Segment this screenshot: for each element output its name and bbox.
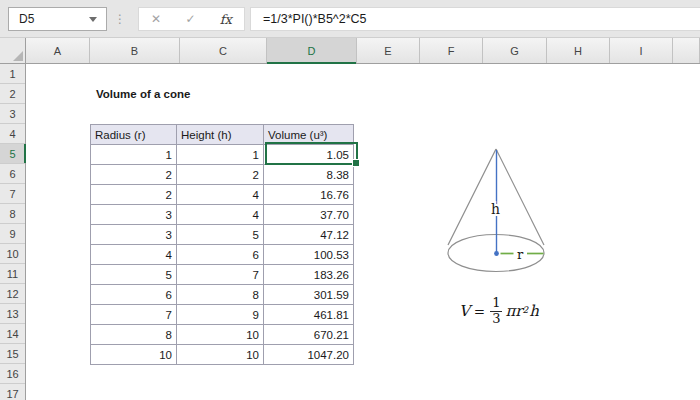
table-row: 228.38: [91, 165, 354, 185]
table-cell[interactable]: 8: [91, 325, 177, 345]
row-header-5[interactable]: 5: [0, 144, 25, 164]
table-header-cell[interactable]: Radius (r): [91, 125, 177, 145]
table-cell[interactable]: 670.21: [264, 325, 354, 345]
table-cell[interactable]: 9: [177, 305, 264, 325]
formula-input[interactable]: =1/3*PI()*B5^2*C5: [250, 7, 700, 31]
row-header-13[interactable]: 13: [0, 304, 25, 324]
row-header-4[interactable]: 4: [0, 124, 25, 144]
table-cell[interactable]: 1: [91, 145, 177, 165]
table-row: 3547.12: [91, 225, 354, 245]
radius-label: r: [517, 247, 524, 262]
table-cell[interactable]: 10: [177, 325, 264, 345]
cancel-icon[interactable]: ✕: [151, 12, 161, 26]
fill-handle[interactable]: [352, 159, 360, 167]
row-header-1[interactable]: 1: [0, 64, 25, 84]
table-cell[interactable]: 10: [177, 345, 264, 365]
table-cell[interactable]: 2: [91, 185, 177, 205]
column-header-F[interactable]: F: [420, 38, 483, 63]
equation-numerator: 1: [490, 296, 502, 311]
cone-diagram[interactable]: h r: [435, 135, 565, 283]
name-box-dropdown-icon[interactable]: [89, 17, 97, 22]
sheet-title-cell[interactable]: Volume of a cone: [96, 84, 190, 104]
table-row: 3437.70: [91, 205, 354, 225]
column-header-D[interactable]: D: [267, 38, 357, 63]
center-dot: [494, 251, 499, 256]
table-cell[interactable]: 4: [177, 205, 264, 225]
table-row: 79461.81: [91, 305, 354, 325]
row-header-17[interactable]: 17: [0, 384, 25, 400]
spreadsheet-grid[interactable]: ABCDEFGHI 1234567891011121314151617 Volu…: [0, 38, 700, 400]
formula-text: =1/3*PI()*B5^2*C5: [251, 12, 367, 26]
table-row: 46100.53: [91, 245, 354, 265]
enter-icon[interactable]: ✓: [185, 12, 195, 26]
cone-right-edge: [496, 149, 544, 245]
table-cell[interactable]: 183.26: [264, 265, 354, 285]
formula-buttons: ✕ ✓ fx: [138, 7, 245, 31]
table-cell[interactable]: 2: [177, 165, 264, 185]
table-row: 10101047.20: [91, 345, 354, 365]
table-cell[interactable]: 1047.20: [264, 345, 354, 365]
column-header-G[interactable]: G: [483, 38, 547, 63]
row-headers: 1234567891011121314151617: [0, 64, 26, 400]
equation-lhs: V: [459, 302, 470, 320]
table-cell[interactable]: 8: [177, 285, 264, 305]
table-header-cell[interactable]: Height (h): [177, 125, 264, 145]
insert-function-icon[interactable]: fx: [220, 12, 232, 27]
row-header-12[interactable]: 12: [0, 284, 25, 304]
table-cell[interactable]: 301.59: [264, 285, 354, 305]
row-header-3[interactable]: 3: [0, 104, 25, 124]
splitter-dots-icon[interactable]: ⋮: [113, 7, 127, 31]
row-header-11[interactable]: 11: [0, 264, 25, 284]
table-cell[interactable]: 10: [91, 345, 177, 365]
table-cell[interactable]: 2: [91, 165, 177, 185]
row-header-8[interactable]: 8: [0, 204, 25, 224]
table-cell[interactable]: 6: [91, 285, 177, 305]
column-header-B[interactable]: B: [90, 38, 180, 63]
select-all-button[interactable]: [0, 38, 26, 64]
table-cell[interactable]: 6: [177, 245, 264, 265]
column-header-C[interactable]: C: [180, 38, 267, 63]
column-header-H[interactable]: H: [547, 38, 610, 63]
row-header-15[interactable]: 15: [0, 344, 25, 364]
table-cell[interactable]: 7: [91, 305, 177, 325]
table-cell[interactable]: 5: [177, 225, 264, 245]
column-header-I[interactable]: I: [610, 38, 673, 63]
table-cell[interactable]: 461.81: [264, 305, 354, 325]
table-cell[interactable]: 7: [177, 265, 264, 285]
row-header-7[interactable]: 7: [0, 184, 25, 204]
table-cell[interactable]: 3: [91, 225, 177, 245]
table-cell[interactable]: 100.53: [264, 245, 354, 265]
column-header-partial[interactable]: [673, 38, 700, 63]
table-cell[interactable]: 16.76: [264, 185, 354, 205]
table-row: 2416.76: [91, 185, 354, 205]
equation-pi-r: πr: [505, 302, 522, 320]
table-cell[interactable]: 4: [177, 185, 264, 205]
row-header-2[interactable]: 2: [0, 84, 25, 104]
row-header-16[interactable]: 16: [0, 364, 25, 384]
equation-text[interactable]: V = 1 3 πr 2 h: [459, 290, 539, 332]
table-row: 68301.59: [91, 285, 354, 305]
select-all-triangle-icon: [13, 51, 23, 61]
table-row: 810670.21: [91, 325, 354, 345]
excel-window: D5 ⋮ ✕ ✓ fx =1/3*PI()*B5^2*C5 ABCDEFGHI …: [0, 0, 700, 400]
table-cell[interactable]: 3: [91, 205, 177, 225]
row-header-14[interactable]: 14: [0, 324, 25, 344]
formula-bar: D5 ⋮ ✕ ✓ fx =1/3*PI()*B5^2*C5: [0, 0, 700, 38]
row-header-10[interactable]: 10: [0, 244, 25, 264]
table-cell[interactable]: 1: [177, 145, 264, 165]
table-cell[interactable]: 47.12: [264, 225, 354, 245]
column-header-E[interactable]: E: [357, 38, 420, 63]
row-header-9[interactable]: 9: [0, 224, 25, 244]
equation-equals: =: [474, 303, 485, 319]
table-cell[interactable]: 37.70: [264, 205, 354, 225]
table-cell[interactable]: 4: [91, 245, 177, 265]
cone-left-edge: [448, 149, 496, 245]
table-cell[interactable]: 5: [91, 265, 177, 285]
selected-row-bar: [24, 144, 26, 163]
equation-h: h: [529, 302, 539, 320]
column-header-A[interactable]: A: [26, 38, 90, 63]
table-cell[interactable]: 8.38: [264, 165, 354, 185]
row-header-6[interactable]: 6: [0, 164, 25, 184]
name-box[interactable]: D5: [8, 7, 107, 31]
name-box-value: D5: [9, 12, 89, 26]
